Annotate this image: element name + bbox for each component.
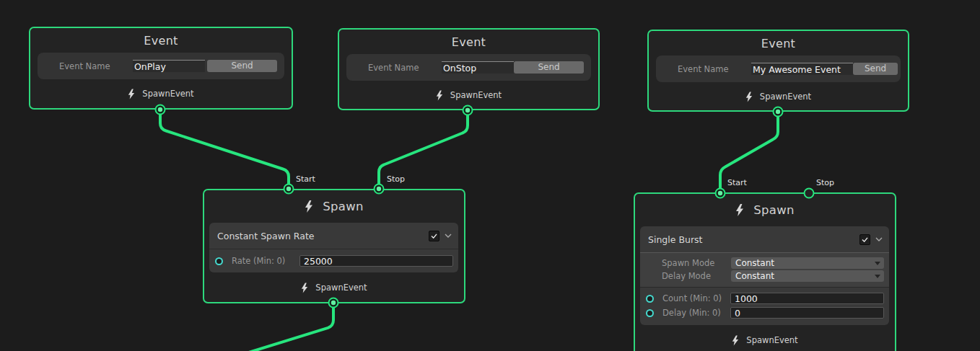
block-fields: Rate (Min: 0) [209, 249, 458, 272]
start-port-label: Start [727, 178, 747, 187]
send-button[interactable]: Send [853, 63, 898, 75]
lightning-icon [301, 283, 308, 293]
node-title: Event [30, 28, 292, 53]
lightning-icon [735, 204, 744, 216]
graph-canvas[interactable]: Event Event Name Send SpawnEvent Event E… [0, 0, 980, 351]
dropdown-value: Constant [735, 271, 774, 281]
node-spawn-constant[interactable]: Spawn Constant Spawn Rate Rate (Min: 0) [203, 189, 465, 303]
lightning-icon [732, 335, 739, 346]
setting-row: Delay Mode Constant [640, 270, 889, 283]
node-title: Event [649, 31, 908, 55]
property-port-icon[interactable] [646, 295, 654, 303]
property-port-icon[interactable] [646, 309, 654, 317]
spawn-event-output-row: SpawnEvent [339, 81, 598, 110]
spawn-event-label: SpawnEvent [142, 89, 193, 99]
block-enabled-checkbox[interactable] [859, 234, 870, 245]
event-name-input[interactable] [133, 60, 205, 72]
property-row: Delay (Min: 0) [640, 306, 889, 320]
spawn-event-output-row: SpawnEvent [649, 82, 908, 111]
node-title: Spawn [753, 203, 795, 217]
block-settings: Spawn Mode Constant Delay Mode Constant [640, 253, 889, 288]
send-button[interactable]: Send [207, 60, 277, 72]
block-header: Constant Spawn Rate [209, 223, 458, 249]
spawn-event-output-row: SpawnEvent [204, 274, 464, 301]
node-spawn-burst[interactable]: Spawn Single Burst Spawn Mode Constant [634, 192, 896, 351]
property-port-icon[interactable] [215, 257, 223, 265]
block-single-burst[interactable]: Single Burst Spawn Mode Constant [640, 226, 889, 325]
spawn-event-label: SpawnEvent [315, 283, 367, 293]
setting-label: Delay Mode [662, 271, 731, 281]
node-title-row: Spawn [204, 190, 464, 223]
lightning-icon [745, 92, 753, 102]
event-name-label: Event Name [59, 61, 133, 71]
delay-input[interactable] [730, 307, 884, 319]
block-fields: Count (Min: 0) Delay (Min: 0) [640, 288, 889, 325]
send-button[interactable]: Send [514, 61, 584, 74]
dropdown-arrow-icon [875, 275, 880, 278]
property-label: Rate (Min: 0) [232, 256, 299, 266]
event-settings-panel: Event Name Send [38, 53, 284, 79]
node-title: Event [339, 30, 598, 54]
checkmark-icon [862, 237, 868, 242]
setting-row: Spawn Mode Constant [640, 257, 889, 270]
block-enabled-checkbox[interactable] [429, 231, 439, 241]
count-input[interactable] [730, 293, 884, 304]
spawn-mode-dropdown[interactable]: Constant [731, 257, 884, 269]
chevron-down-icon[interactable] [875, 237, 883, 241]
chevron-down-icon[interactable] [445, 234, 452, 238]
spawn-event-label: SpawnEvent [746, 335, 797, 345]
setting-label: Spawn Mode [662, 258, 731, 268]
property-label: Count (Min: 0) [662, 293, 730, 303]
event-name-label: Event Name [678, 64, 751, 74]
event-name-input[interactable] [751, 63, 853, 75]
spawn-event-label: SpawnEvent [760, 92, 811, 102]
edge-spawn-output-down[interactable] [232, 303, 333, 351]
delay-mode-dropdown[interactable]: Constant [731, 270, 884, 282]
node-event-onplay[interactable]: Event Event Name Send SpawnEvent [29, 27, 293, 110]
start-port-label: Start [296, 174, 315, 184]
event-settings-panel: Event Name Send [346, 54, 591, 81]
property-row: Rate (Min: 0) [209, 252, 458, 270]
property-label: Delay (Min: 0) [662, 308, 730, 318]
event-name-input[interactable] [442, 61, 514, 74]
dropdown-arrow-icon [875, 262, 880, 265]
lightning-icon [436, 90, 443, 101]
block-constant-spawn-rate[interactable]: Constant Spawn Rate Rate (Min: 0) [209, 223, 458, 272]
spawn-event-output-row: SpawnEvent [635, 326, 895, 351]
node-event-awesome[interactable]: Event Event Name Send SpawnEvent [647, 30, 909, 112]
spawn-event-label: SpawnEvent [450, 90, 502, 100]
lightning-icon [128, 89, 135, 99]
block-title: Constant Spawn Rate [217, 231, 429, 241]
stop-port-label: Stop [387, 174, 405, 184]
lightning-icon [305, 200, 313, 213]
checkmark-icon [431, 234, 437, 239]
edge-onplay-to-start[interactable] [160, 110, 289, 189]
property-row: Count (Min: 0) [640, 291, 889, 306]
rate-input[interactable] [299, 255, 453, 267]
dropdown-value: Constant [735, 258, 774, 268]
block-header: Single Burst [640, 226, 889, 253]
spawn-event-output-row: SpawnEvent [30, 79, 292, 108]
node-event-onstop[interactable]: Event Event Name Send SpawnEvent [338, 28, 600, 110]
event-settings-panel: Event Name Send [656, 55, 901, 82]
stop-port-label: Stop [816, 178, 834, 187]
block-title: Single Burst [648, 234, 859, 245]
node-title-row: Spawn [635, 194, 895, 226]
event-name-label: Event Name [368, 63, 442, 73]
node-title: Spawn [323, 200, 364, 213]
